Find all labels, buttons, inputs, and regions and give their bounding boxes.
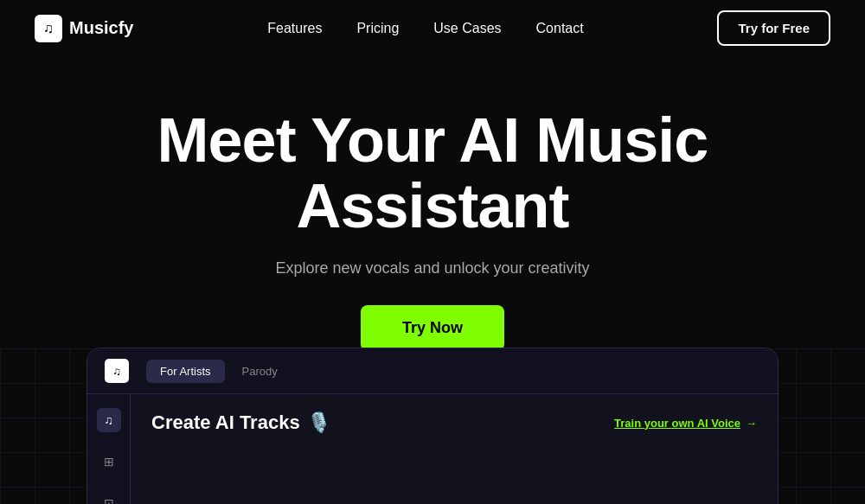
nav-link-features[interactable]: Features [267, 21, 322, 35]
app-content: Create AI Tracks 🎙️ Train your own AI Vo… [131, 394, 778, 504]
nav-item-pricing[interactable]: Pricing [356, 21, 399, 36]
arrow-icon: → [746, 417, 757, 430]
train-voice-label[interactable]: Train your own AI Voice [614, 417, 740, 430]
nav-link-use-cases[interactable]: Use Cases [433, 21, 501, 35]
nav-item-contact[interactable]: Contact [536, 21, 584, 36]
sidebar-square-icon[interactable]: ⊡ [97, 491, 121, 504]
sidebar-grid-icon[interactable]: ⊞ [97, 450, 121, 474]
hero-subtitle: Explore new vocals and unlock your creat… [0, 259, 865, 278]
hero-title: Meet Your AI Music Assistant [130, 108, 735, 239]
logo-icon: ♫ [35, 15, 62, 42]
nav-item-features[interactable]: Features [267, 21, 322, 36]
microphone-emoji: 🎙️ [307, 411, 330, 434]
train-voice-link[interactable]: Train your own AI Voice → [614, 417, 757, 430]
tab-parody[interactable]: Parody [228, 360, 292, 383]
app-content-header: Create AI Tracks 🎙️ Train your own AI Vo… [151, 411, 757, 434]
app-content-title: Create AI Tracks 🎙️ [151, 411, 330, 434]
logo-text: Musicfy [69, 18, 133, 38]
nav-item-use-cases[interactable]: Use Cases [433, 21, 501, 36]
nav-link-pricing[interactable]: Pricing [356, 21, 399, 35]
logo[interactable]: ♫ Musicfy [35, 15, 133, 42]
navbar: ♫ Musicfy Features Pricing Use Cases Con… [0, 0, 865, 56]
app-preview-header: ♫ For Artists Parody [87, 348, 778, 394]
nav-link-contact[interactable]: Contact [536, 21, 584, 35]
hero-section: Meet Your AI Music Assistant Explore new… [0, 56, 865, 376]
try-for-free-button[interactable]: Try for Free [717, 10, 830, 46]
try-now-button[interactable]: Try Now [361, 305, 504, 351]
app-preview-card: ♫ For Artists Parody ♫ ⊞ ⊡ Create AI Tra… [86, 348, 778, 504]
app-tabs: For Artists Parody [146, 360, 292, 383]
nav-links: Features Pricing Use Cases Contact [267, 21, 583, 36]
app-sidebar: ♫ ⊞ ⊡ [87, 394, 131, 504]
app-body: ♫ ⊞ ⊡ Create AI Tracks 🎙️ Train your own… [87, 394, 778, 504]
tab-for-artists[interactable]: For Artists [146, 360, 225, 383]
app-logo-small: ♫ [105, 359, 129, 383]
sidebar-music-icon[interactable]: ♫ [97, 408, 121, 432]
